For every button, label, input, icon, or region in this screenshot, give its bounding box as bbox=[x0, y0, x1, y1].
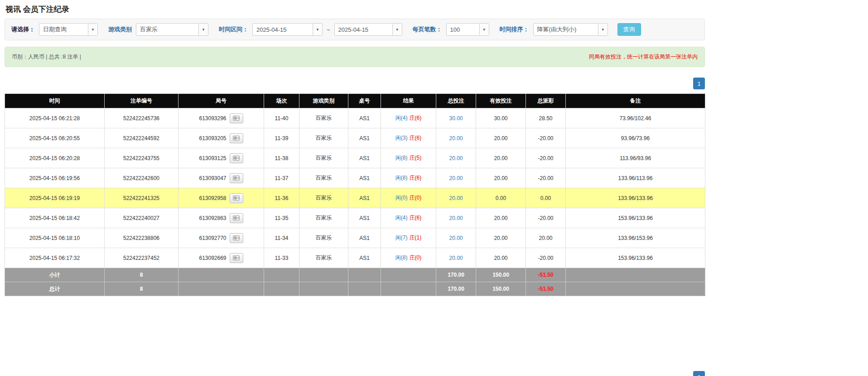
total-bet-link[interactable]: 20.00 bbox=[449, 195, 463, 201]
subtotal-count: 8 bbox=[105, 268, 178, 282]
cell-note: 153.96/133.96 bbox=[566, 248, 705, 268]
sort-value: 降冪(由大到小) bbox=[534, 24, 598, 35]
total-bet-link[interactable]: 20.00 bbox=[449, 255, 463, 261]
video-replay-button[interactable] bbox=[230, 233, 243, 243]
sort-select[interactable]: 降冪(由大到小) ▼ bbox=[533, 23, 608, 36]
table-row: 2025-04-15 06:20:55 522422244592 6130932… bbox=[5, 128, 705, 148]
cell-result: 闲(4)庄(6) bbox=[381, 108, 436, 128]
result-player: 闲(7) bbox=[395, 234, 408, 241]
total-total-bet: 170.00 bbox=[436, 282, 476, 296]
query-button[interactable]: 查询 bbox=[617, 23, 641, 36]
header-valid-bet: 有效投注 bbox=[476, 94, 526, 108]
cell-bet-id: 522422242600 bbox=[105, 168, 178, 188]
cell-game-type: 百家乐 bbox=[299, 168, 348, 188]
subtotal-valid-bet: 150.00 bbox=[476, 268, 526, 282]
result-player: 闲(3) bbox=[395, 135, 408, 141]
cell-result: 闲(4)庄(6) bbox=[381, 208, 436, 228]
video-replay-button[interactable] bbox=[230, 133, 243, 143]
video-replay-button[interactable] bbox=[230, 253, 243, 263]
page-button-1[interactable]: 1 bbox=[693, 78, 705, 89]
subtotal-empty bbox=[299, 268, 348, 282]
cell-payout: 0.00 bbox=[526, 188, 566, 208]
cell-round: 613093205 bbox=[178, 128, 264, 148]
total-bet-link[interactable]: 20.00 bbox=[449, 155, 463, 161]
total-payout: -51.50 bbox=[526, 282, 566, 296]
header-payout: 总派彩 bbox=[526, 94, 566, 108]
video-replay-button[interactable] bbox=[230, 113, 243, 123]
bets-table: 时间 注单编号 局号 场次 游戏类别 桌号 结果 总投注 有效投注 总派彩 备注… bbox=[5, 93, 705, 296]
video-replay-icon bbox=[233, 195, 240, 200]
cell-valid-bet: 20.00 bbox=[476, 148, 526, 168]
game-type-select[interactable]: 百家乐 ▼ bbox=[136, 23, 208, 36]
date-from-picker[interactable]: 2025-04-15 ▼ bbox=[252, 23, 323, 36]
cell-round: 613093125 bbox=[178, 148, 264, 168]
result-banker: 庄(6) bbox=[410, 175, 422, 181]
select-label: 请选择： bbox=[11, 25, 35, 34]
cell-time: 2025-04-15 06:21:28 bbox=[5, 108, 105, 128]
cell-bet-id: 522422237452 bbox=[105, 248, 178, 268]
subtotal-empty bbox=[264, 268, 299, 282]
filter-bar: 请选择： 日期查询 ▼ 游戏类别 百家乐 ▼ 时间区间： 2025-04-15 … bbox=[5, 19, 705, 40]
query-type-select[interactable]: 日期查询 ▼ bbox=[39, 23, 98, 36]
total-bet-link[interactable]: 20.00 bbox=[449, 135, 463, 142]
cell-result: 闲(8)庄(6) bbox=[381, 168, 436, 188]
game-type-value: 百家乐 bbox=[136, 24, 198, 35]
cell-game-type: 百家乐 bbox=[299, 248, 348, 268]
pagination-top: 1 bbox=[5, 78, 705, 89]
cell-total-bet: 20.00 bbox=[436, 208, 476, 228]
round-id: 613092958 bbox=[199, 195, 226, 201]
round-id: 613092770 bbox=[199, 235, 226, 241]
cell-session: 11-37 bbox=[264, 168, 299, 188]
result-player: 闲(8) bbox=[395, 254, 408, 261]
subtotal-empty bbox=[348, 268, 381, 282]
table-row: 2025-04-15 06:20:28 522422243755 6130931… bbox=[5, 148, 705, 168]
cell-valid-bet: 0.00 bbox=[476, 188, 526, 208]
page-size-select[interactable]: 100 ▼ bbox=[446, 23, 489, 36]
video-replay-button[interactable] bbox=[230, 153, 243, 163]
total-count: 8 bbox=[105, 282, 178, 296]
subtotal-empty bbox=[178, 268, 264, 282]
cell-valid-bet: 20.00 bbox=[476, 228, 526, 248]
cell-bet-id: 522422240027 bbox=[105, 208, 178, 228]
subtotal-label: 小计 bbox=[5, 268, 105, 282]
cell-session: 11-33 bbox=[264, 248, 299, 268]
cell-round: 613092770 bbox=[178, 228, 264, 248]
cell-total-bet: 20.00 bbox=[436, 168, 476, 188]
table-row: 2025-04-15 06:19:19 522422241325 6130929… bbox=[5, 188, 705, 208]
cell-payout: 28.50 bbox=[526, 108, 566, 128]
cell-bet-id: 522422243755 bbox=[105, 148, 178, 168]
cell-bet-id: 522422241325 bbox=[105, 188, 178, 208]
subtotal-empty bbox=[566, 268, 705, 282]
total-bet-link[interactable]: 30.00 bbox=[449, 115, 463, 122]
result-player: 闲(4) bbox=[395, 115, 408, 121]
video-replay-button[interactable] bbox=[230, 193, 243, 203]
table-row: 2025-04-15 06:18:10 522422238806 6130927… bbox=[5, 228, 705, 248]
cell-total-bet: 20.00 bbox=[436, 248, 476, 268]
video-replay-icon bbox=[233, 235, 240, 240]
cell-time: 2025-04-15 06:18:42 bbox=[5, 208, 105, 228]
total-empty bbox=[381, 282, 436, 296]
page-button-1-bottom[interactable]: 1 bbox=[693, 371, 705, 376]
cell-time: 2025-04-15 06:17:32 bbox=[5, 248, 105, 268]
cell-time: 2025-04-15 06:20:28 bbox=[5, 148, 105, 168]
subtotal-row: 小计 8 170.00 150.00 -51.50 bbox=[5, 268, 705, 282]
date-to-picker[interactable]: 2025-04-15 ▼ bbox=[334, 23, 402, 36]
total-bet-link[interactable]: 20.00 bbox=[449, 235, 463, 241]
page-size-label: 每页笔数： bbox=[413, 25, 442, 34]
table-row: 2025-04-15 06:21:28 522422245736 6130932… bbox=[5, 108, 705, 128]
result-banker: 庄(5) bbox=[410, 155, 422, 161]
cell-session: 11-38 bbox=[264, 148, 299, 168]
video-replay-button[interactable] bbox=[230, 173, 243, 183]
total-bet-link[interactable]: 20.00 bbox=[449, 215, 463, 221]
chevron-down-icon: ▼ bbox=[198, 24, 208, 35]
result-banker: 庄(6) bbox=[410, 215, 422, 221]
result-banker: 庄(0) bbox=[410, 195, 422, 201]
total-label: 总计 bbox=[5, 282, 105, 296]
cell-table: AS1 bbox=[348, 128, 381, 148]
video-replay-button[interactable] bbox=[230, 213, 243, 223]
cell-total-bet: 20.00 bbox=[436, 148, 476, 168]
summary-notice: 同局有效投注，统一计算在该局第一张注单内 bbox=[589, 53, 698, 61]
total-valid-bet: 150.00 bbox=[476, 282, 526, 296]
total-bet-link[interactable]: 20.00 bbox=[449, 175, 463, 181]
cell-payout: -20.00 bbox=[526, 208, 566, 228]
